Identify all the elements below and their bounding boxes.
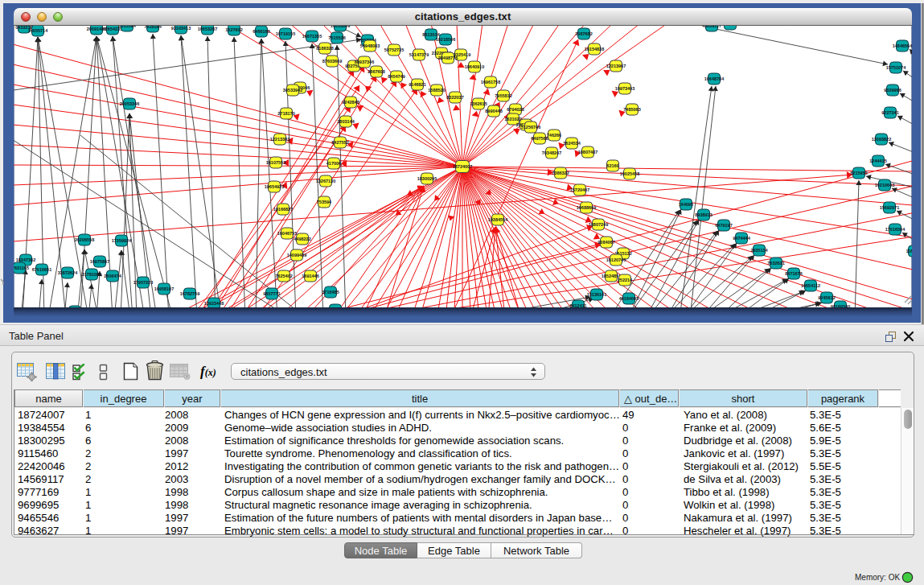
svg-text:28498776: 28498776 <box>438 56 458 60</box>
svg-text:16671355: 16671355 <box>302 34 322 39</box>
svg-text:12213383: 12213383 <box>270 137 290 142</box>
svg-text:7515526: 7515526 <box>328 35 345 40</box>
svg-text:10654112: 10654112 <box>801 283 820 288</box>
svg-text:9146821: 9146821 <box>409 82 425 87</box>
svg-text:2718170: 2718170 <box>277 111 294 116</box>
svg-text:93103413: 93103413 <box>171 26 191 31</box>
svg-text:10975867: 10975867 <box>90 259 109 264</box>
svg-text:18640910: 18640910 <box>465 64 484 69</box>
svg-text:10653287: 10653287 <box>198 27 217 31</box>
svg-text:16107553: 16107553 <box>266 160 285 165</box>
svg-text:8471676: 8471676 <box>785 271 802 276</box>
svg-text:417006: 417006 <box>326 161 341 166</box>
svg-text:1615594: 1615594 <box>118 26 136 28</box>
svg-text:8227824: 8227824 <box>721 26 739 27</box>
svg-text:252214: 252214 <box>618 278 633 282</box>
svg-text:40164005: 40164005 <box>619 296 639 301</box>
svg-text:12923448: 12923448 <box>204 301 224 306</box>
svg-text:8186328: 8186328 <box>316 46 333 51</box>
svg-text:10210643: 10210643 <box>875 183 894 187</box>
svg-text:14846564: 14846564 <box>893 43 912 48</box>
svg-text:1691446: 1691446 <box>302 274 318 278</box>
svg-text:7386322: 7386322 <box>552 171 569 175</box>
svg-text:20053346: 20053346 <box>120 101 139 106</box>
svg-text:2087682: 2087682 <box>575 31 592 36</box>
svg-text:1621022: 1621022 <box>504 117 521 122</box>
svg-text:746266: 746266 <box>547 133 561 138</box>
svg-text:18807249: 18807249 <box>589 222 608 227</box>
svg-text:7632621: 7632621 <box>767 261 784 266</box>
svg-text:9474444: 9474444 <box>733 236 750 241</box>
svg-text:15751074: 15751074 <box>886 65 906 70</box>
svg-text:10025458: 10025458 <box>620 171 639 176</box>
svg-text:7955812: 7955812 <box>495 93 511 98</box>
svg-text:16033809: 16033809 <box>331 26 350 28</box>
svg-text:19654923: 19654923 <box>265 184 284 189</box>
svg-text:8938913: 8938913 <box>695 212 712 217</box>
svg-text:2935114: 2935114 <box>750 248 768 253</box>
svg-text:88937346: 88937346 <box>355 60 374 64</box>
svg-text:9227341: 9227341 <box>881 110 898 115</box>
svg-text:18347382: 18347382 <box>16 257 35 262</box>
svg-text:13267130: 13267130 <box>316 179 335 183</box>
svg-text:70348247: 70348247 <box>542 150 561 155</box>
svg-text:10719155: 10719155 <box>276 31 295 36</box>
svg-text:54948083: 54948083 <box>360 43 380 48</box>
svg-text:7485063: 7485063 <box>623 107 640 112</box>
svg-text:53147379: 53147379 <box>409 52 429 57</box>
svg-text:10648784: 10648784 <box>704 76 725 81</box>
svg-text:16782759: 16782759 <box>180 291 199 296</box>
svg-text:12213967: 12213967 <box>606 64 626 68</box>
svg-text:8427552: 8427552 <box>331 140 348 145</box>
svg-text:10973493: 10973493 <box>615 86 634 91</box>
svg-text:67010651: 67010651 <box>32 267 51 272</box>
svg-text:62160: 62160 <box>606 163 618 168</box>
svg-text:20206558: 20206558 <box>75 237 94 242</box>
svg-text:18724007: 18724007 <box>453 164 472 169</box>
svg-text:16120746: 16120746 <box>606 257 626 262</box>
svg-text:7816184: 7816184 <box>144 26 162 29</box>
svg-text:9242848: 9242848 <box>342 100 359 105</box>
svg-text:1167534: 1167534 <box>906 249 912 253</box>
svg-text:19166827: 19166827 <box>273 207 293 212</box>
svg-text:9857771: 9857771 <box>263 291 280 296</box>
svg-text:15692971: 15692971 <box>880 205 899 210</box>
svg-text:10688609: 10688609 <box>577 205 596 210</box>
svg-text:17359924: 17359924 <box>112 238 132 243</box>
svg-text:6497568: 6497568 <box>531 136 548 141</box>
svg-text:753594: 753594 <box>317 200 332 204</box>
svg-text:18300295: 18300295 <box>417 176 437 181</box>
svg-text:4498222: 4498222 <box>294 237 310 241</box>
svg-text:19218506: 19218506 <box>436 37 455 42</box>
svg-text:51256746: 51256746 <box>521 125 540 130</box>
svg-text:17957223: 17957223 <box>133 280 153 285</box>
svg-text:8990448: 8990448 <box>485 109 502 113</box>
svg-text:16154838: 16154838 <box>585 47 604 51</box>
svg-text:1244415: 1244415 <box>869 159 886 163</box>
svg-text:1362615: 1362615 <box>470 101 487 106</box>
svg-text:14055714: 14055714 <box>28 28 48 33</box>
svg-text:3716485: 3716485 <box>322 290 339 295</box>
svg-text:9245612: 9245612 <box>818 295 835 300</box>
svg-text:2803144: 2803144 <box>337 119 355 124</box>
svg-text:16961758: 16961758 <box>481 80 500 84</box>
svg-text:10807487: 10807487 <box>578 150 598 154</box>
svg-text:8215955: 8215955 <box>850 171 867 175</box>
svg-text:9329966: 9329966 <box>884 88 901 93</box>
svg-text:2606474: 2606474 <box>104 274 121 278</box>
svg-text:39533942: 39533942 <box>283 88 302 93</box>
svg-text:50752735: 50752735 <box>384 47 404 52</box>
svg-text:2867608: 2867608 <box>368 69 384 74</box>
svg-text:6479197: 6479197 <box>715 223 732 228</box>
svg-text:19384554: 19384554 <box>488 217 508 222</box>
svg-text:164095: 164095 <box>679 202 693 207</box>
svg-text:43039117: 43039117 <box>702 26 721 28</box>
svg-text:1527602: 1527602 <box>225 27 242 32</box>
svg-text:6466160: 6466160 <box>253 29 269 34</box>
svg-text:7625402: 7625402 <box>275 274 292 278</box>
svg-text:12093822: 12093822 <box>872 137 891 142</box>
svg-text:87603669: 87603669 <box>322 59 342 64</box>
svg-text:15720407: 15720407 <box>570 187 589 192</box>
svg-text:16046755: 16046755 <box>277 231 297 236</box>
svg-text:3624534: 3624534 <box>563 141 581 146</box>
